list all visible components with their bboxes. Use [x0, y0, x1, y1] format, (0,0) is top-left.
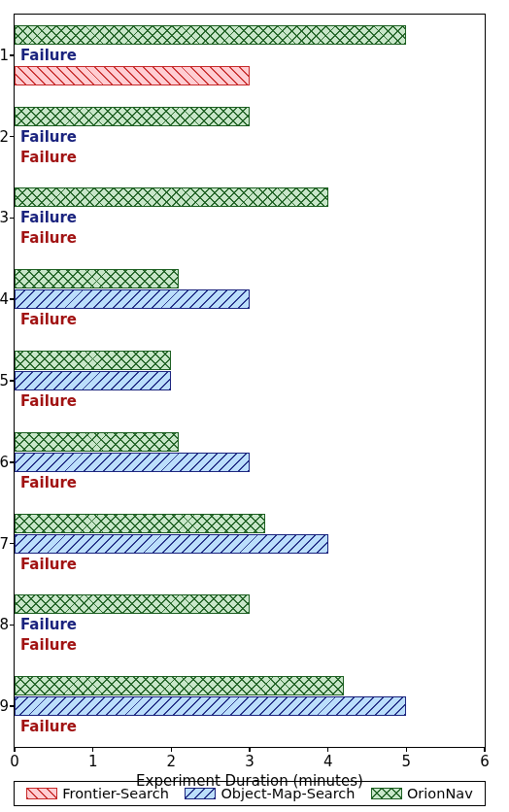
legend-swatch-object [185, 788, 216, 799]
failure-label-object: Failure [20, 615, 77, 634]
y-tick-label: Exp.1 [0, 48, 15, 62]
legend-item-frontier: Frontier-Search [26, 786, 169, 801]
bar-orion [15, 269, 179, 288]
failure-label-frontier: Failure [20, 228, 77, 248]
bar-orion [15, 351, 171, 370]
failure-label-frontier: Failure [20, 555, 77, 574]
x-tick-label: 3 [245, 747, 254, 770]
legend-label-frontier: Frontier-Search [62, 786, 169, 801]
bar-orion [15, 514, 265, 533]
bar-orion [15, 432, 179, 452]
failure-label-frontier: Failure [20, 635, 77, 655]
failure-label-frontier: Failure [20, 717, 77, 736]
legend-item-orion: OrionNav [371, 786, 473, 801]
x-tick-label: 4 [323, 747, 333, 770]
y-tick-label: Exp.6 [0, 455, 15, 469]
legend: Frontier-Search Object-Map-Search OrionN… [14, 781, 486, 806]
failure-label-frontier: Failure [20, 148, 77, 167]
legend-label-orion: OrionNav [407, 786, 473, 801]
bar-orion [15, 107, 250, 126]
chart-container: Experiment Duration (minutes) Exp.1Exp.2… [0, 0, 509, 812]
failure-label-frontier: Failure [20, 310, 77, 329]
bar-object [15, 696, 406, 716]
failure-label-frontier: Failure [20, 391, 77, 411]
failure-label-object: Failure [20, 208, 77, 227]
bar-orion [15, 187, 328, 207]
failure-label-frontier: Failure [20, 473, 77, 492]
y-tick-label: Exp.8 [0, 618, 15, 632]
legend-label-object: Object-Map-Search [221, 786, 355, 801]
x-tick-label: 5 [402, 747, 412, 770]
y-tick-label: Exp.9 [0, 699, 15, 714]
failure-label-object: Failure [20, 46, 77, 65]
y-tick-label: Exp.2 [0, 129, 15, 144]
plot-area: Experiment Duration (minutes) Exp.1Exp.2… [14, 14, 486, 748]
bar-object [15, 453, 250, 472]
x-tick-label: 2 [167, 747, 177, 770]
failure-label-object: Failure [20, 127, 77, 147]
legend-swatch-frontier [26, 788, 57, 799]
x-tick-label: 0 [10, 747, 19, 770]
x-tick-label: 6 [480, 747, 490, 770]
bar-orion [15, 25, 406, 45]
legend-item-object: Object-Map-Search [185, 786, 355, 801]
bar-orion [15, 676, 344, 695]
y-tick-label: Exp.4 [0, 292, 15, 307]
y-tick-label: Exp.3 [0, 211, 15, 225]
legend-swatch-orion [371, 788, 402, 799]
bar-frontier [15, 66, 250, 85]
y-tick-label: Exp.5 [0, 374, 15, 389]
bar-object [15, 534, 328, 554]
bar-object [15, 371, 171, 390]
bar-object [15, 289, 250, 309]
y-tick-label: Exp.7 [0, 536, 15, 551]
bar-orion [15, 594, 250, 614]
x-tick-label: 1 [88, 747, 98, 770]
